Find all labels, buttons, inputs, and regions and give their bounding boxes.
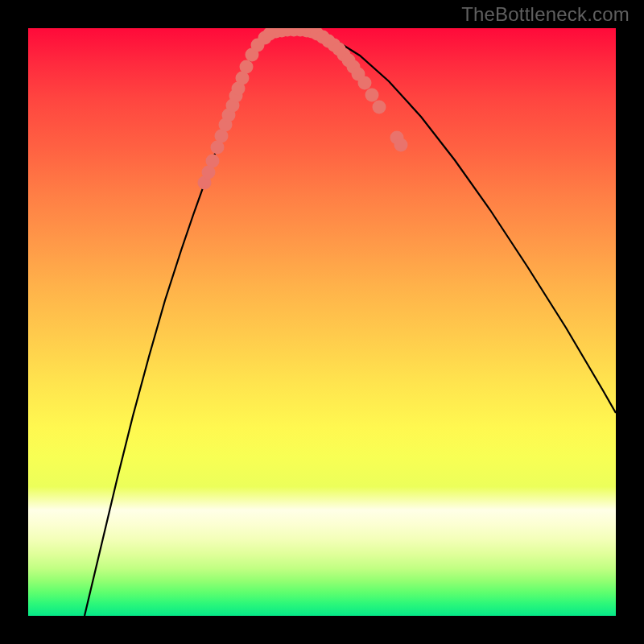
highlight-dot [373, 101, 386, 114]
chart-svg [28, 28, 616, 616]
watermark-text: TheBottleneck.com [461, 3, 630, 26]
highlight-dot [358, 76, 372, 90]
highlight-dot [394, 138, 408, 152]
highlight-dot [365, 89, 379, 102]
bottleneck-curve [85, 30, 616, 616]
highlight-dot [206, 155, 220, 168]
plot-area [28, 28, 616, 616]
highlight-dots [198, 28, 408, 190]
highlight-dot [240, 60, 254, 74]
chart-frame: TheBottleneck.com [0, 0, 644, 644]
